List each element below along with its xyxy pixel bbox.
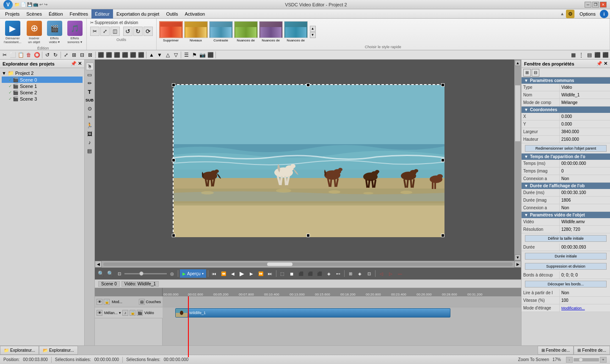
tb2-paste[interactable]: 📋 — [17, 51, 25, 59]
status-zoom-out[interactable]: - — [566, 357, 573, 363]
tb2-desel[interactable]: ⊞ — [70, 51, 78, 59]
menu-options[interactable]: Options — [576, 9, 599, 19]
tc-btn10[interactable]: ⊡ — [365, 269, 373, 278]
outils-btn-1[interactable]: ✂ — [90, 27, 99, 36]
tb2-icon1[interactable]: ▦ — [569, 51, 577, 59]
tb2-down[interactable]: ▼ — [156, 51, 163, 59]
tc-btn8[interactable]: ⊞ — [346, 269, 355, 278]
track-2-audio[interactable]: ♪ — [122, 310, 128, 316]
video-frame[interactable] — [173, 84, 444, 236]
vscroll-up[interactable]: ▲ — [515, 60, 521, 66]
explorer-pin-button[interactable]: 📌 — [71, 61, 77, 66]
window-controls[interactable]: ─ ❐ ✕ — [585, 2, 607, 8]
prop-temps-ms-value[interactable]: 00:00:00.000 — [560, 160, 610, 167]
prop-vitesse-value[interactable]: 100 — [560, 297, 610, 304]
tool-select[interactable]: 🖱 — [86, 63, 94, 70]
help-icon[interactable]: i — [600, 10, 608, 18]
style-5-button[interactable] — [259, 21, 283, 38]
tb2-down2[interactable]: ▽ — [172, 51, 179, 59]
track-2-type[interactable]: 🎬 — [137, 310, 143, 316]
tb2-icon4[interactable]: ⬛ — [593, 51, 601, 59]
resize-tr[interactable] — [441, 83, 444, 87]
section-params-video-header[interactable]: ▼ Paramètres vidéo de l'objet — [522, 212, 610, 218]
tool-motion[interactable]: 🏃 — [86, 122, 94, 129]
tool-circle[interactable]: ⊙ — [86, 105, 94, 112]
tool-draw[interactable]: ✏ — [86, 79, 94, 87]
tool-text[interactable]: T — [86, 88, 94, 96]
outils-btn-6[interactable]: ⟳ — [144, 27, 153, 36]
tree-scene1[interactable]: ✓ 🎬 Scene 1 — [2, 83, 83, 89]
section-temps-apparition-header[interactable]: ▼ Temps de l'apparition de l'o — [522, 153, 610, 160]
tree-scene3[interactable]: ✓ 🎬 Scene 3 — [2, 96, 83, 102]
outils-btn-5[interactable]: ↻ — [133, 27, 143, 36]
restore-button[interactable]: ❐ — [592, 2, 599, 8]
tb2-group[interactable]: ⊟ — [78, 51, 86, 59]
tc-mark-out[interactable]: ▷ — [386, 269, 395, 278]
outils-btn-2[interactable]: ⤢ — [100, 27, 110, 36]
prop-largeur-value[interactable]: 3840.000 — [560, 128, 610, 135]
prop-duree-ms-value[interactable]: 00:00:30.100 — [560, 189, 610, 196]
redimensionner-button[interactable]: Redimensionner selon l'objet parent — [525, 145, 607, 152]
props-sort1-button[interactable]: ⊞ — [523, 69, 531, 77]
zoom-reset-button[interactable]: ◎ — [168, 269, 176, 278]
resize-bm[interactable] — [306, 234, 310, 237]
clip-tag[interactable]: Vidéo: Wildlife_1 — [121, 281, 159, 287]
prop-duree-imag-value[interactable]: 1806 — [560, 197, 610, 204]
decouper-bords-button[interactable]: Découper les bords... — [525, 281, 607, 287]
tb2-align-r[interactable]: ⬛ — [113, 51, 121, 59]
duree-initiale-button[interactable]: Durée initiale — [525, 253, 607, 260]
bottom-tab-fenetre1[interactable]: ⊞ Fenêtre de... — [538, 346, 574, 355]
track-1-lock[interactable]: 🔒 — [104, 299, 110, 305]
step-fwd-button[interactable]: ▶ — [247, 269, 256, 278]
zoom-out-button[interactable]: 🔍 — [97, 269, 105, 278]
play-button[interactable]: ▶ — [238, 269, 246, 278]
resize-ml[interactable] — [172, 159, 175, 162]
track-2-visibility[interactable]: 👁 — [97, 310, 102, 316]
tb2-align-m[interactable]: ⬛ — [129, 51, 137, 59]
menu-arrow-up[interactable]: ▲ — [560, 11, 564, 16]
outils-btn-3[interactable]: ◫ — [110, 27, 120, 36]
tc-minus[interactable]: — — [396, 269, 404, 278]
tb2-align-t[interactable]: ⬛ — [121, 51, 129, 59]
menu-scenes[interactable]: Scènes — [23, 9, 45, 19]
go-start-button[interactable]: ⏮ — [210, 269, 218, 278]
bottom-tab-fenetre2[interactable]: ⊞ Fenêtre de... — [574, 346, 610, 355]
step-back-button[interactable]: ◀ — [229, 269, 237, 278]
suppression-division-button2[interactable]: Suppression et division — [525, 263, 607, 270]
zoom-fit-button[interactable]: ⊡ — [115, 269, 124, 278]
outils-btn-4[interactable]: ↺ — [123, 27, 132, 36]
menu-activation[interactable]: Activation — [182, 9, 209, 19]
preview-vscroll[interactable]: ▲ ▼ — [514, 60, 521, 261]
menu-edition[interactable]: Édition — [45, 9, 66, 19]
minimize-button[interactable]: ─ — [585, 2, 591, 8]
tb2-icon2[interactable]: ⋮ — [577, 51, 585, 59]
menu-editeur[interactable]: Éditeur — [91, 9, 113, 19]
tb2-copy[interactable]: ⬜ — [9, 51, 17, 59]
tool-image[interactable]: 🖼 — [86, 130, 94, 138]
tool-rect[interactable]: ▭ — [86, 71, 94, 79]
status-zoom-in[interactable]: + — [600, 357, 607, 363]
next-frame-button[interactable]: ⏩ — [257, 269, 265, 278]
vscroll-down[interactable]: ▼ — [515, 255, 521, 260]
section-duree-affichage-header[interactable]: ▼ Durée de l'affichage de l'ob — [522, 183, 610, 189]
style-4-button[interactable] — [234, 21, 258, 38]
tb2-align-l[interactable]: ⬛ — [97, 51, 105, 59]
zoom-in-button[interactable]: 🔍 — [106, 269, 114, 278]
hscroll-right[interactable]: ▶ — [514, 261, 521, 268]
tb2-list[interactable]: ☰ — [182, 51, 190, 59]
prop-temps-imag-value[interactable]: 0 — [560, 167, 610, 175]
section-params-communs-header[interactable]: ▼ Paramètres communs — [522, 77, 610, 84]
tree-scene2[interactable]: ✓ 🎬 Scene 2 — [2, 89, 83, 96]
section-coords-header[interactable]: ▼ Coordonnées — [522, 107, 610, 113]
effets-sonores-button[interactable]: 🎵 Effetssonores ▾ — [65, 19, 85, 45]
tc-btn3[interactable]: ⬛ — [297, 269, 305, 278]
hscroll-thumb[interactable] — [267, 263, 293, 266]
menu-fenetres[interactable]: Fenêtres — [66, 9, 91, 19]
track-1-visibility[interactable]: 👁 — [97, 299, 102, 305]
tb2-up[interactable]: ▲ — [148, 51, 155, 59]
demarrer-assistant-button[interactable]: ▶ Démarrerl'assistant... — [2, 19, 24, 45]
definir-taille-button[interactable]: Définir la taille initiale — [525, 235, 607, 242]
vscroll-thumb[interactable] — [515, 85, 521, 141]
status-zoom-thumb[interactable] — [579, 358, 583, 362]
apercu-button[interactable]: ▶ Aperçu ▾ — [180, 269, 206, 278]
